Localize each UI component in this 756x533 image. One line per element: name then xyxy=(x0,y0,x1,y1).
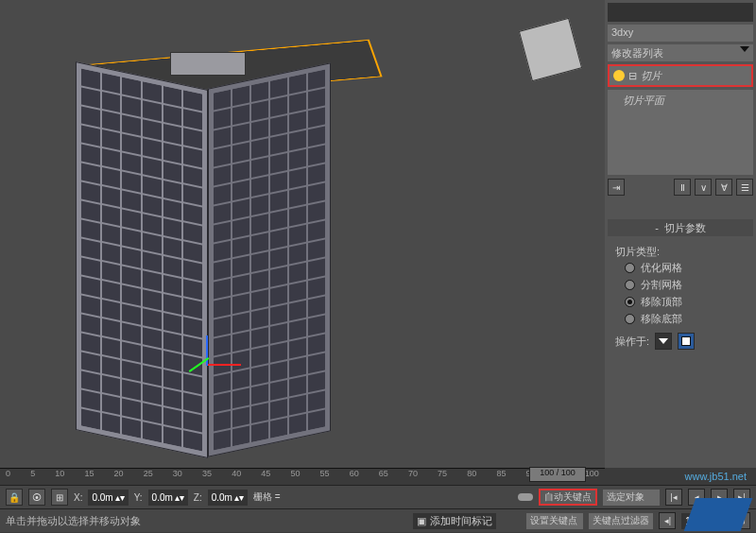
object-name-field[interactable]: 3dxy xyxy=(608,25,753,42)
add-time-tag-button[interactable]: ▣ 添加时间标记 xyxy=(413,513,496,529)
slice-option-1[interactable]: 分割网格 xyxy=(625,276,746,293)
watermark-text: www.jb51.net xyxy=(685,471,747,482)
slice-option-3[interactable]: 移除底部 xyxy=(625,310,746,327)
sub-object-label: 切片平面 xyxy=(623,95,664,106)
axis-z-icon[interactable] xyxy=(206,335,208,366)
timeline-tick: 30 xyxy=(173,469,182,478)
timeline-tick: 20 xyxy=(114,469,124,478)
timeline-tick: 65 xyxy=(379,469,388,478)
show-end-result-icon[interactable]: Ⅱ xyxy=(674,179,691,196)
set-key-button[interactable]: 设置关键点 xyxy=(526,513,583,529)
radio-icon[interactable] xyxy=(625,263,635,273)
timeline-tick: 70 xyxy=(408,469,418,478)
axis-x-icon[interactable] xyxy=(208,364,241,366)
roof-block xyxy=(170,52,246,76)
radio-label: 移除顶部 xyxy=(641,295,682,309)
viewport[interactable] xyxy=(0,0,605,468)
expand-icon[interactable]: ⊟ xyxy=(628,70,637,82)
key-mode-icon[interactable] xyxy=(518,493,533,501)
modifier-stack-item[interactable]: ⊟ 切片 xyxy=(608,64,753,87)
timeline-tick: 75 xyxy=(438,469,447,478)
pin-stack-icon[interactable]: ⇥ xyxy=(608,179,625,196)
remove-modifier-icon[interactable]: ∀ xyxy=(715,179,732,196)
radio-icon[interactable] xyxy=(625,297,635,307)
rollout-header[interactable]: - 切片参数 xyxy=(608,219,753,236)
timeline-tick: 35 xyxy=(202,469,212,478)
prev-key-button[interactable]: ◂| xyxy=(659,512,676,529)
radio-icon[interactable] xyxy=(625,280,635,290)
absolute-mode-icon[interactable]: ⊞ xyxy=(51,489,68,506)
timeline-tick: 100 xyxy=(585,469,599,478)
timeline-tick: 50 xyxy=(290,469,300,478)
panel-tabs[interactable] xyxy=(608,3,753,22)
timeline-tick: 15 xyxy=(84,469,94,478)
status-bar-prompt: 单击并拖动以选择并移动对象 ▣ 添加时间标记 设置关键点 关键点过滤器 ◂| 1… xyxy=(0,508,756,532)
operate-poly-button[interactable] xyxy=(655,333,672,350)
slice-params: 切片类型: 优化网格分割网格移除顶部移除底部 操作于: xyxy=(608,239,753,355)
timeline-tick: 5 xyxy=(30,469,35,478)
lock-selection-icon[interactable]: 🔒 xyxy=(6,489,23,506)
timeline-tick: 0 xyxy=(6,469,10,478)
timeline-tick: 60 xyxy=(350,469,359,478)
timeline-tick: 85 xyxy=(496,469,506,478)
time-slider[interactable]: 100 / 100 xyxy=(529,467,586,482)
auto-key-button[interactable]: 自动关键点 xyxy=(539,489,597,506)
dropdown-arrow-icon xyxy=(740,46,749,52)
operate-mesh-button[interactable] xyxy=(678,333,695,350)
make-unique-icon[interactable]: ∨ xyxy=(695,179,712,196)
lightbulb-icon[interactable] xyxy=(613,70,625,81)
modifier-list-label: 修改器列表 xyxy=(611,46,663,60)
slice-option-0[interactable]: 优化网格 xyxy=(625,259,746,276)
status-hint: 单击并拖动以选择并移动对象 xyxy=(6,514,141,528)
timeline-tick: 40 xyxy=(232,469,241,478)
z-label: Z: xyxy=(194,492,202,503)
slice-type-label: 切片类型: xyxy=(615,245,746,259)
building-side-face xyxy=(208,62,331,457)
slice-option-2[interactable]: 移除顶部 xyxy=(625,293,746,310)
timeline[interactable]: 0510152025303540455055606570758085909510… xyxy=(0,468,605,485)
timeline-tick: 10 xyxy=(55,469,64,478)
radio-label: 优化网格 xyxy=(641,261,682,275)
goto-start-button[interactable]: |◂ xyxy=(665,489,682,506)
timeline-tick: 55 xyxy=(320,469,330,478)
key-filters-button[interactable]: 关键点过滤器 xyxy=(589,513,653,529)
timeline-tick: 80 xyxy=(467,469,476,478)
key-selection-set-dropdown[interactable]: 选定对象 xyxy=(603,490,660,506)
z-coord-spinner[interactable]: 0.0m▴▾ xyxy=(208,490,248,506)
building-front-face xyxy=(76,61,208,458)
rollout-title: 切片参数 xyxy=(664,221,706,235)
modifier-name: 切片 xyxy=(641,69,662,83)
stack-toolbar: ⇥ Ⅱ ∨ ∀ ☰ xyxy=(608,178,753,197)
radio-label: 移除底部 xyxy=(641,312,682,326)
timeline-tick: 25 xyxy=(144,469,153,478)
rollout-minus-icon: - xyxy=(655,222,659,233)
taskbar-thumbnail[interactable] xyxy=(684,498,753,531)
x-label: X: xyxy=(74,492,82,503)
selection-lock-toggle[interactable]: ⦿ xyxy=(28,489,45,506)
radio-label: 分割网格 xyxy=(641,278,682,292)
viewcube[interactable] xyxy=(519,18,582,81)
timeline-tick: 45 xyxy=(261,469,270,478)
x-coord-spinner[interactable]: 0.0m▴▾ xyxy=(88,490,128,506)
modifier-sub-item[interactable]: 切片平面 xyxy=(608,90,753,175)
move-gizmo[interactable] xyxy=(180,335,236,392)
status-bar-coords: 🔒 ⦿ ⊞ X: 0.0m▴▾ Y: 0.0m▴▾ Z: 0.0m▴▾ 栅格 =… xyxy=(0,485,756,508)
command-panel: 3dxy 修改器列表 ⊟ 切片 切片平面 ⇥ Ⅱ ∨ ∀ ☰ - 切片参数 切片… xyxy=(605,0,756,468)
grid-label: 栅格 = xyxy=(253,490,281,504)
modifier-list-dropdown[interactable]: 修改器列表 xyxy=(608,44,753,61)
tag-icon: ▣ xyxy=(417,515,426,527)
y-label: Y: xyxy=(134,492,143,503)
operate-on-label: 操作于: xyxy=(615,335,649,349)
y-coord-spinner[interactable]: 0.0m▴▾ xyxy=(148,490,188,506)
radio-icon[interactable] xyxy=(625,314,635,324)
configure-sets-icon[interactable]: ☰ xyxy=(736,179,753,196)
